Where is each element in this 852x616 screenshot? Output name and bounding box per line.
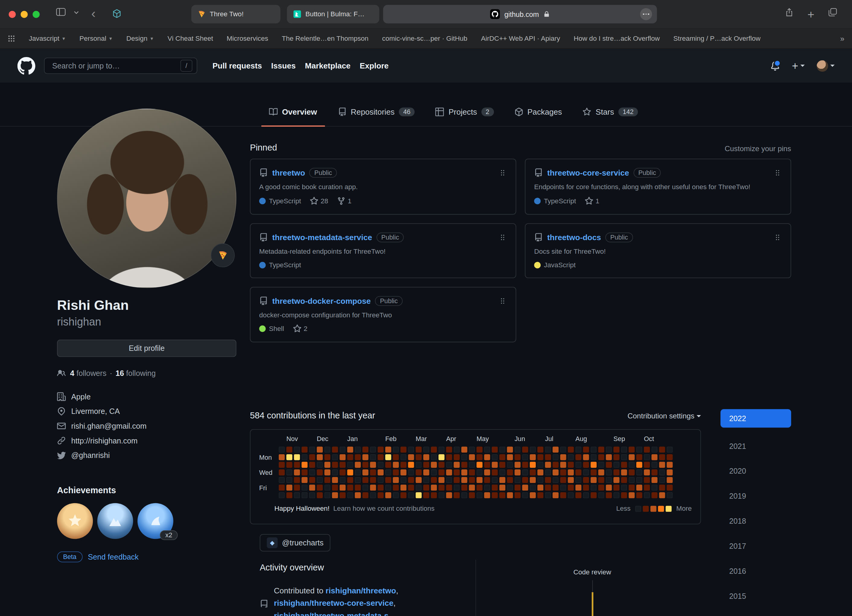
contribution-cell[interactable] xyxy=(530,470,536,476)
contribution-cell[interactable] xyxy=(400,462,406,468)
contribution-cell[interactable] xyxy=(355,454,361,460)
contribution-cell[interactable] xyxy=(461,462,467,468)
contribution-cell[interactable] xyxy=(507,477,513,483)
following-link[interactable]: 16 following xyxy=(116,369,156,378)
contribution-cell[interactable] xyxy=(438,485,444,491)
contribution-cell[interactable] xyxy=(385,447,391,453)
contribution-cell[interactable] xyxy=(553,462,559,468)
contribution-cell[interactable] xyxy=(576,470,582,476)
contribution-cell[interactable] xyxy=(591,492,597,498)
contribution-cell[interactable] xyxy=(545,485,551,491)
contribution-cell[interactable] xyxy=(667,492,673,498)
contribution-cell[interactable] xyxy=(613,470,619,476)
contributed-repo-link[interactable]: rishighan/threetwo xyxy=(326,586,396,595)
year-2016[interactable]: 2016 xyxy=(721,566,791,577)
contribution-cell[interactable] xyxy=(636,492,642,498)
contribution-cell[interactable] xyxy=(347,477,353,483)
contribution-cell[interactable] xyxy=(416,470,422,476)
contribution-cell[interactable] xyxy=(294,470,300,476)
grabber-icon[interactable] xyxy=(773,168,782,177)
contribution-cell[interactable] xyxy=(317,447,323,453)
contribution-cell[interactable] xyxy=(385,492,391,498)
contribution-cell[interactable] xyxy=(416,492,422,498)
contribution-cell[interactable] xyxy=(492,470,498,476)
contribution-cell[interactable] xyxy=(340,485,346,491)
contribution-cell[interactable] xyxy=(591,477,597,483)
contribution-cell[interactable] xyxy=(332,447,338,453)
apps-grid-icon[interactable] xyxy=(8,35,15,42)
contribution-cell[interactable] xyxy=(507,462,513,468)
customize-pins-link[interactable]: Customize your pins xyxy=(725,145,791,152)
contribution-cell[interactable] xyxy=(416,477,422,483)
contribution-cell[interactable] xyxy=(454,462,460,468)
contributed-repo-link[interactable]: rishighan/threetwo-core-service xyxy=(274,599,393,608)
star-count[interactable]: 1 xyxy=(585,197,600,205)
contribution-cell[interactable] xyxy=(446,492,452,498)
extension-cube-icon[interactable] xyxy=(112,9,122,18)
contribution-cell[interactable] xyxy=(492,485,498,491)
contribution-cell[interactable] xyxy=(340,447,346,453)
contribution-cell[interactable] xyxy=(598,485,604,491)
contribution-cell[interactable] xyxy=(583,462,589,468)
contribution-cell[interactable] xyxy=(317,485,323,491)
contribution-cell[interactable] xyxy=(629,492,635,498)
contribution-cell[interactable] xyxy=(568,470,574,476)
contribution-cell[interactable] xyxy=(476,454,482,460)
contribution-cell[interactable] xyxy=(568,492,574,498)
contribution-cell[interactable] xyxy=(484,477,490,483)
organization-button[interactable]: ◆ @truecharts xyxy=(260,534,331,551)
bookmark-item[interactable]: Personal▼ xyxy=(79,35,113,42)
contribution-cell[interactable] xyxy=(644,470,650,476)
contribution-cell[interactable] xyxy=(385,470,391,476)
contribution-cell[interactable] xyxy=(340,470,346,476)
contribution-cell[interactable] xyxy=(568,454,574,460)
contribution-cell[interactable] xyxy=(363,454,369,460)
contribution-cell[interactable] xyxy=(324,492,330,498)
contribution-cell[interactable] xyxy=(667,462,673,468)
contribution-cell[interactable] xyxy=(317,470,323,476)
contribution-cell[interactable] xyxy=(408,454,414,460)
contribution-cell[interactable] xyxy=(537,454,543,460)
profile-detail-twitter[interactable]: @ghanrishi xyxy=(57,451,236,460)
contribution-cell[interactable] xyxy=(324,454,330,460)
tab-packages[interactable]: Packages xyxy=(507,98,570,127)
bookmark-item[interactable]: Javascript▼ xyxy=(29,35,66,42)
contribution-cell[interactable] xyxy=(499,462,505,468)
contribution-cell[interactable] xyxy=(545,492,551,498)
contribution-cell[interactable] xyxy=(294,477,300,483)
contribution-cell[interactable] xyxy=(560,492,566,498)
contribution-cell[interactable] xyxy=(576,462,582,468)
contribution-cell[interactable] xyxy=(492,462,498,468)
contribution-cell[interactable] xyxy=(400,470,406,476)
contribution-cell[interactable] xyxy=(431,454,437,460)
contribution-cell[interactable] xyxy=(553,447,559,453)
contribution-cell[interactable] xyxy=(515,447,521,453)
contribution-cell[interactable] xyxy=(332,485,338,491)
contribution-cell[interactable] xyxy=(667,447,673,453)
contribution-cell[interactable] xyxy=(400,492,406,498)
contribution-cell[interactable] xyxy=(302,447,308,453)
contribution-cell[interactable] xyxy=(408,477,414,483)
contribution-cell[interactable] xyxy=(446,470,452,476)
contribution-cell[interactable] xyxy=(469,454,475,460)
star-count[interactable]: 2 xyxy=(293,325,307,333)
contribution-cell[interactable] xyxy=(393,485,399,491)
contribution-cell[interactable] xyxy=(476,485,482,491)
contribution-cell[interactable] xyxy=(416,485,422,491)
contribution-cell[interactable] xyxy=(324,447,330,453)
contribution-cell[interactable] xyxy=(446,462,452,468)
contribution-cell[interactable] xyxy=(560,470,566,476)
contribution-cell[interactable] xyxy=(613,492,619,498)
tab-overview-icon[interactable] xyxy=(828,8,837,17)
window-minimize-button[interactable] xyxy=(21,11,27,18)
contribution-cell[interactable] xyxy=(370,492,376,498)
bookmark-item[interactable]: Vi Cheat Sheet xyxy=(168,35,213,42)
contribution-cell[interactable] xyxy=(492,454,498,460)
contribution-cell[interactable] xyxy=(537,492,543,498)
contribution-cell[interactable] xyxy=(355,470,361,476)
contribution-cell[interactable] xyxy=(408,447,414,453)
browser-tab[interactable]: Three Two! xyxy=(191,5,280,23)
sidebar-toggle-icon[interactable] xyxy=(56,8,66,16)
contribution-cell[interactable] xyxy=(393,492,399,498)
contribution-cell[interactable] xyxy=(636,462,642,468)
